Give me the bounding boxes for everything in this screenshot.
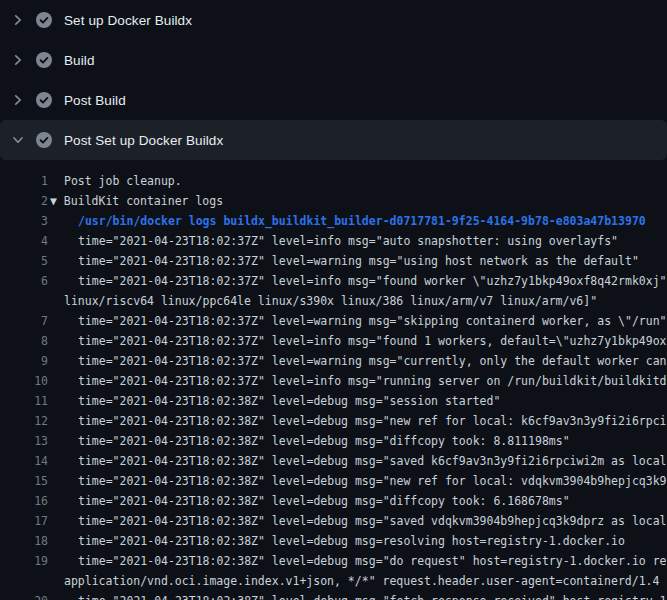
chevron-right-icon[interactable] (10, 92, 26, 108)
check-circle-icon (36, 132, 52, 148)
log-line: 13 time="2021-04-23T18:02:38Z" level=deb… (0, 431, 667, 451)
log-line: 9 time="2021-04-23T18:02:37Z" level=warn… (0, 351, 667, 371)
step-row-build[interactable]: Build (0, 40, 667, 80)
log-line-text: time="2021-04-23T18:02:38Z" level=debug … (48, 391, 500, 411)
log-line: 16 time="2021-04-23T18:02:38Z" level=deb… (0, 491, 667, 511)
log-line: 12 time="2021-04-23T18:02:38Z" level=deb… (0, 411, 667, 431)
log-line-number[interactable]: 6 (0, 271, 48, 291)
chevron-down-icon[interactable] (10, 132, 26, 148)
step-row-post-set-up-docker-buildx[interactable]: Post Set up Docker Buildx (0, 120, 667, 160)
log-line-text: time="2021-04-23T18:02:38Z" level=debug … (48, 511, 667, 531)
actions-log-viewer: Set up Docker Buildx Build Post Build Po… (0, 0, 667, 600)
log-line: 10 time="2021-04-23T18:02:37Z" level=inf… (0, 371, 667, 391)
log-line: 5 time="2021-04-23T18:02:37Z" level=warn… (0, 251, 667, 271)
log-line: linux/riscv64 linux/ppc64le linux/s390x … (0, 291, 667, 311)
log-line-number[interactable]: 13 (0, 431, 48, 451)
log-line-number[interactable]: 3 (0, 211, 48, 231)
log-line-number[interactable]: 8 (0, 331, 48, 351)
step-label: Build (64, 53, 95, 68)
log-line: 4 time="2021-04-23T18:02:37Z" level=info… (0, 231, 667, 251)
log-line-number[interactable]: 17 (0, 511, 48, 531)
check-circle-icon (36, 92, 52, 108)
step-row-post-build[interactable]: Post Build (0, 80, 667, 120)
log-line: 3 /usr/bin/docker logs buildx_buildkit_b… (0, 211, 667, 231)
log-line-number[interactable] (0, 571, 48, 591)
log-line-number[interactable]: 16 (0, 491, 48, 511)
log-line-text: time="2021-04-23T18:02:37Z" level=warnin… (48, 311, 667, 331)
log-line-text: ▼ BuildKit container logs (34, 191, 223, 211)
chevron-right-icon[interactable] (10, 52, 26, 68)
log-line-number[interactable]: 9 (0, 351, 48, 371)
log-line: 6 time="2021-04-23T18:02:37Z" level=info… (0, 271, 667, 291)
log-line-number[interactable]: 11 (0, 391, 48, 411)
log-line-text: time="2021-04-23T18:02:38Z" level=debug … (48, 491, 570, 511)
log-line-number[interactable]: 19 (0, 551, 48, 571)
log-line: 18 time="2021-04-23T18:02:38Z" level=deb… (0, 531, 667, 551)
log-line: 14 time="2021-04-23T18:02:38Z" level=deb… (0, 451, 667, 471)
log-line-text: time="2021-04-23T18:02:38Z" level=debug … (48, 471, 667, 491)
check-circle-icon (36, 12, 52, 28)
log-line: application/vnd.oci.image.index.v1+json,… (0, 571, 667, 591)
log-line: 17 time="2021-04-23T18:02:38Z" level=deb… (0, 511, 667, 531)
log-line: 7 time="2021-04-23T18:02:37Z" level=warn… (0, 311, 667, 331)
log-line: 15 time="2021-04-23T18:02:38Z" level=deb… (0, 471, 667, 491)
log-line-text: time="2021-04-23T18:02:37Z" level=warnin… (48, 251, 639, 271)
log-line-number[interactable]: 18 (0, 531, 48, 551)
group-caret-icon[interactable]: ▼ (50, 194, 64, 208)
log-line: 8 time="2021-04-23T18:02:37Z" level=info… (0, 331, 667, 351)
log-line-text: time="2021-04-23T18:02:38Z" level=debug … (48, 431, 570, 451)
chevron-right-icon[interactable] (10, 12, 26, 28)
log-line-text: time="2021-04-23T18:02:38Z" level=debug … (48, 451, 667, 471)
step-label: Set up Docker Buildx (64, 13, 192, 28)
log-line-text: application/vnd.oci.image.index.v1+json,… (48, 571, 659, 591)
log-line-text: time="2021-04-23T18:02:38Z" level=debug … (48, 591, 667, 600)
log-line-number[interactable]: 15 (0, 471, 48, 491)
log-line-number[interactable] (0, 291, 48, 311)
check-circle-icon (36, 52, 52, 68)
log-line-number[interactable]: 14 (0, 451, 48, 471)
log-line-text: Post job cleanup. (48, 171, 182, 191)
log-line-number[interactable]: 12 (0, 411, 48, 431)
log-line: 11 time="2021-04-23T18:02:38Z" level=deb… (0, 391, 667, 411)
step-label: Post Set up Docker Buildx (64, 133, 223, 148)
log-line: 19 time="2021-04-23T18:02:38Z" level=deb… (0, 551, 667, 571)
log-line-number[interactable]: 4 (0, 231, 48, 251)
log-line: 1 Post job cleanup. (0, 171, 667, 191)
log-line-text: time="2021-04-23T18:02:37Z" level=info m… (48, 231, 618, 251)
log-line-number[interactable]: 10 (0, 371, 48, 391)
log-line-number[interactable]: 5 (0, 251, 48, 271)
log-line-text: time="2021-04-23T18:02:38Z" level=debug … (48, 531, 625, 551)
log-line-number[interactable]: 1 (0, 171, 48, 191)
log-line-number[interactable]: 7 (0, 311, 48, 331)
log-line-number[interactable]: 20 (0, 591, 48, 600)
log-line-text: time="2021-04-23T18:02:37Z" level=info m… (48, 371, 667, 391)
log-line-text: time="2021-04-23T18:02:38Z" level=debug … (48, 411, 667, 431)
step-log-output: 1 Post job cleanup. 2 ▼ BuildKit contain… (0, 160, 667, 600)
log-line-text: time="2021-04-23T18:02:37Z" level=info m… (48, 331, 667, 351)
log-line: 20 time="2021-04-23T18:02:38Z" level=deb… (0, 591, 667, 600)
log-line-text: /usr/bin/docker logs buildx_buildkit_bui… (48, 211, 646, 231)
log-group-header[interactable]: 2 ▼ BuildKit container logs (0, 191, 667, 211)
log-line-text: time="2021-04-23T18:02:38Z" level=debug … (48, 551, 667, 571)
step-row-set-up-docker-buildx[interactable]: Set up Docker Buildx (0, 0, 667, 40)
log-line-text: linux/riscv64 linux/ppc64le linux/s390x … (48, 291, 597, 311)
log-line-text: time="2021-04-23T18:02:37Z" level=warnin… (48, 351, 667, 371)
log-line-text: time="2021-04-23T18:02:37Z" level=info m… (48, 271, 667, 291)
step-label: Post Build (64, 93, 126, 108)
